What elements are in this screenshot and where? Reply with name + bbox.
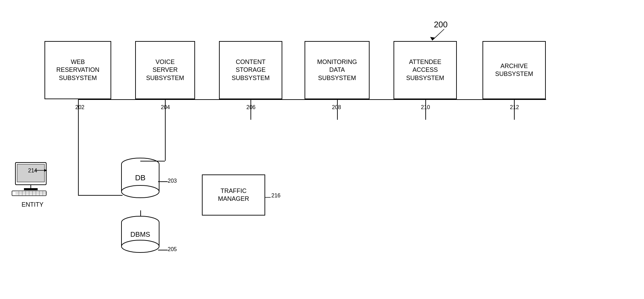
- dbms-cylinder: DBMS: [116, 216, 164, 265]
- archive-subsystem-box: ARCHIVESUBSYSTEM: [482, 41, 546, 99]
- dbms-ref: 205: [168, 246, 177, 252]
- ref-200-arrow: [425, 27, 446, 44]
- content-ref: 206: [246, 104, 256, 110]
- traffic-manager-box: TRAFFICMANAGER: [202, 174, 265, 216]
- diagram-container: WEBRESERVATIONSUBSYSTEM VOICESERVERSUBSY…: [0, 0, 644, 299]
- svg-point-23: [121, 185, 159, 198]
- monitoring-data-label: MONITORINGDATASUBSYSTEM: [317, 58, 357, 82]
- archive-subsystem-label: ARCHIVESUBSYSTEM: [495, 62, 533, 78]
- monitoring-ref: 208: [332, 104, 341, 110]
- traffic-ref-arrow: [265, 194, 275, 200]
- svg-line-0: [432, 29, 444, 40]
- svg-text:DB: DB: [135, 173, 146, 182]
- voice-db-h-line: [140, 161, 165, 161]
- voice-server-box: VOICESERVERSUBSYSTEM: [135, 41, 195, 99]
- attendee-access-box: ATTENDEEACCESSSUBSYSTEM: [394, 41, 457, 99]
- web-ref: 202: [75, 104, 85, 110]
- entity-label: ENTITY: [10, 201, 55, 208]
- monitoring-data-box: MONITORINGDATASUBSYSTEM: [305, 41, 370, 99]
- db-ref-line: [158, 181, 168, 182]
- content-storage-box: CONTENTSTORAGESUBSYSTEM: [219, 41, 282, 99]
- computer-icon: [10, 161, 55, 198]
- entity-to-db-line: [78, 195, 123, 196]
- attendee-ref: 210: [421, 104, 430, 110]
- svg-rect-5: [24, 188, 38, 190]
- web-reservation-box: WEBRESERVATIONSUBSYSTEM: [44, 41, 111, 99]
- db-cylinder: DB: [116, 157, 164, 213]
- web-reservation-label: WEBRESERVATIONSUBSYSTEM: [56, 58, 99, 82]
- voice-server-label: VOICESERVERSUBSYSTEM: [146, 58, 184, 82]
- horizontal-connector-line: [78, 99, 546, 100]
- dbms-ref-line: [158, 250, 168, 250]
- traffic-manager-label: TRAFFICMANAGER: [218, 187, 249, 203]
- entity-ref-arrow: [35, 167, 52, 175]
- svg-marker-18: [44, 169, 47, 172]
- svg-text:DBMS: DBMS: [130, 231, 150, 238]
- entity-vertical-line: [78, 137, 79, 195]
- attendee-access-label: ATTENDEEACCESSSUBSYSTEM: [406, 58, 444, 82]
- voice-to-db-line: [165, 99, 166, 161]
- svg-point-29: [121, 240, 159, 252]
- db-ref: 203: [168, 178, 177, 184]
- content-storage-label: CONTENTSTORAGESUBSYSTEM: [232, 58, 270, 82]
- archive-ref: 212: [510, 104, 519, 110]
